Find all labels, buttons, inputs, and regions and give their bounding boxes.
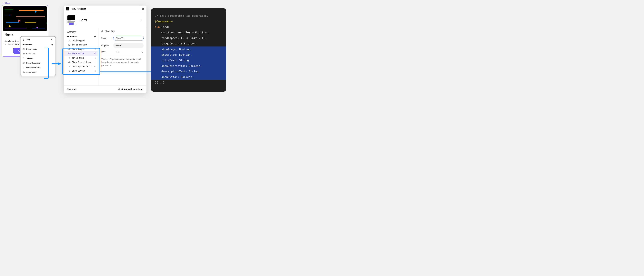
property-item[interactable]: Show Button	[20, 70, 56, 75]
code-comment: // This composable was generated..	[155, 14, 210, 17]
selected-param-title: Show Title	[104, 30, 115, 33]
svg-point-9	[23, 53, 24, 54]
parameter-label: Show Description	[72, 61, 91, 63]
property-item[interactable]: Show Description	[20, 61, 56, 65]
target-icon[interactable]	[141, 51, 144, 53]
relay-app-name: Relay for Figma	[71, 8, 86, 10]
eye-icon	[68, 61, 70, 63]
component-diamond-icon	[22, 39, 25, 41]
parameter-row[interactable]: Title text	[64, 56, 98, 60]
property-item-label: Show Title	[26, 53, 35, 55]
property-item-label: Show Image	[26, 48, 37, 50]
svg-point-12	[23, 63, 24, 63]
close-button[interactable]	[142, 8, 144, 10]
popover-title: Card	[26, 39, 30, 41]
property-item-label: Description Text	[26, 67, 40, 69]
component-label-text: Card	[5, 2, 10, 4]
code-line-highlighted: showImage: Boolean,	[151, 47, 226, 52]
code-line: imageContent: Painter,	[151, 41, 226, 46]
property-value: visible	[113, 43, 144, 48]
eye-icon	[101, 30, 104, 32]
property-item[interactable]: Show Title	[20, 51, 56, 56]
svg-point-21	[69, 44, 69, 45]
svg-point-37	[142, 51, 143, 52]
code-annotation: @Composable	[155, 20, 173, 23]
code-line-highlighted: titleText: String,	[151, 58, 226, 63]
figma-properties-popover: Card Properties Show ImageShow TitleTitl…	[20, 36, 56, 76]
parameter-row[interactable]: Show Title	[64, 51, 98, 56]
share-with-developer-button[interactable]: Share with developer	[118, 88, 143, 90]
code-line: modifier: Modifier = Modifier,	[151, 30, 226, 35]
card-title: Figma	[3, 31, 47, 36]
component-diamond-icon	[2, 2, 4, 4]
property-item[interactable]: Show Image	[20, 47, 56, 51]
parameters-section-title: Parameters	[66, 35, 78, 38]
parameter-row[interactable]: Show Description	[64, 60, 98, 64]
property-item[interactable]: Description Text	[20, 65, 56, 70]
add-property-button[interactable]	[51, 43, 54, 46]
parameter-label: Show Title	[72, 52, 84, 55]
code-line-highlighted: showTitle: Boolean,	[151, 52, 226, 58]
layer-field-label: Layer	[101, 51, 111, 53]
parameter-label: Title text	[72, 57, 84, 59]
annotation-bracket-left	[44, 48, 49, 79]
share-icon	[118, 88, 120, 90]
annotation-arrow-1	[52, 63, 61, 64]
relay-titlebar: </> Relay for Figma	[64, 6, 146, 12]
eye-icon	[68, 48, 70, 50]
relay-headline: Card	[78, 18, 136, 22]
eye-icon	[68, 70, 70, 72]
helper-text: This is a Figma component property. It w…	[101, 55, 144, 67]
code-close: ){...}	[155, 81, 165, 84]
svg-point-36	[102, 31, 102, 32]
svg-point-43	[118, 89, 118, 89]
svg-point-34	[69, 71, 70, 71]
eye-icon	[68, 52, 70, 55]
code-line-highlighted: showButton: Boolean,	[151, 74, 226, 80]
parameter-row[interactable]: card-tapped	[64, 38, 98, 43]
relay-panel: </> Relay for Figma Card ⋮ Summary Param…	[64, 6, 146, 93]
property-item[interactable]: Title text	[20, 56, 56, 61]
property-item-label: Show Description	[26, 62, 41, 64]
link-out-icon	[94, 52, 96, 55]
svg-point-24	[69, 53, 70, 54]
settings-icon[interactable]	[51, 39, 54, 41]
parameter-row[interactable]: image-content	[64, 43, 98, 47]
name-input[interactable]	[113, 36, 144, 41]
eye-icon	[22, 52, 25, 55]
eye-icon	[22, 48, 25, 50]
text-icon	[22, 57, 25, 59]
relay-right-panel: Show Title Name Property visible Layer T…	[98, 28, 146, 85]
parameter-row[interactable]: Show Image	[64, 47, 98, 51]
more-menu-button[interactable]: ⋮	[139, 18, 144, 22]
code-panel: // This composable was generated.. @Comp…	[151, 8, 226, 92]
link-out-icon	[94, 57, 96, 59]
parameter-row[interactable]: Description Text	[64, 64, 98, 69]
code-line: cardTapped: () -> Unit = {},	[151, 35, 226, 41]
link-out-icon	[94, 70, 96, 72]
summary-section-title[interactable]: Summary	[64, 30, 98, 34]
name-field-label: Name	[101, 37, 111, 39]
svg-line-45	[118, 89, 119, 89]
tap-icon	[68, 39, 70, 42]
svg-point-15	[23, 72, 24, 72]
svg-rect-0	[23, 39, 24, 40]
eye-icon	[22, 71, 25, 73]
annotation-arrow-2	[100, 71, 158, 72]
figma-component-label: Card	[2, 2, 10, 4]
parameter-row[interactable]: Show Button	[64, 69, 98, 73]
link-out-icon	[94, 48, 96, 50]
svg-point-5	[53, 40, 53, 40]
svg-point-42	[119, 88, 120, 89]
parameter-label: Show Image	[72, 48, 84, 50]
svg-point-4	[52, 39, 52, 40]
parameter-label: card-tapped	[72, 39, 85, 42]
link-out-icon	[94, 61, 96, 63]
relay-app-icon: </>	[66, 7, 69, 11]
code-line-highlighted: descriptionText: String,	[151, 69, 226, 74]
svg-rect-20	[68, 44, 70, 46]
text-icon	[68, 57, 70, 59]
parameter-label: Description Text	[72, 65, 91, 68]
image-icon	[68, 44, 70, 46]
add-parameter-button[interactable]	[94, 35, 96, 38]
